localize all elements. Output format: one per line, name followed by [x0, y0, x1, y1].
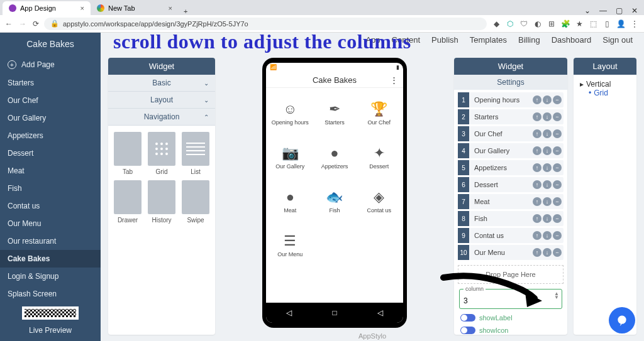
- template-grid[interactable]: Grid: [147, 132, 176, 175]
- ext-icon[interactable]: ▯: [602, 19, 611, 28]
- template-tab[interactable]: Tab: [113, 132, 142, 175]
- move-up-icon[interactable]: ↑: [533, 112, 541, 121]
- move-down-icon[interactable]: ↓: [543, 163, 552, 172]
- nav-publish[interactable]: Publish: [431, 35, 458, 45]
- move-down-icon[interactable]: ↓: [543, 231, 552, 240]
- move-down-icon[interactable]: ↓: [543, 112, 552, 121]
- template-swipe[interactable]: Swipe: [181, 180, 210, 224]
- phone-grid-item[interactable]: ●Meat: [269, 180, 312, 222]
- sidebar-item[interactable]: Our restaurant: [0, 232, 101, 250]
- nav-templates[interactable]: Templates: [470, 35, 507, 45]
- remove-icon[interactable]: −: [553, 231, 562, 240]
- minimize-icon[interactable]: —: [599, 6, 607, 15]
- phone-grid-item[interactable]: 📷Our Gallery: [269, 136, 312, 178]
- move-down-icon[interactable]: ↓: [543, 214, 552, 223]
- chevron-down-icon[interactable]: ⌄: [584, 6, 591, 15]
- sidebar-item[interactable]: Our Chef: [0, 92, 101, 109]
- accordion-basic[interactable]: Basic⌄: [108, 75, 215, 92]
- remove-icon[interactable]: −: [553, 146, 562, 155]
- sidebar-item[interactable]: Starters: [0, 74, 101, 92]
- phone-grid-item[interactable]: ✒Starters: [313, 92, 357, 134]
- move-up-icon[interactable]: ↑: [533, 248, 541, 257]
- forward-icon[interactable]: →: [19, 19, 26, 28]
- move-down-icon[interactable]: ↓: [543, 95, 552, 104]
- nav-triangle-icon[interactable]: ◁: [286, 308, 292, 317]
- remove-icon[interactable]: −: [553, 180, 562, 189]
- sidebar-item[interactable]: Login & Signup: [0, 268, 101, 285]
- template-list[interactable]: List: [181, 132, 210, 175]
- ext-icon[interactable]: 🛡: [519, 19, 528, 28]
- ext-icon[interactable]: ⬚: [589, 19, 597, 28]
- stepper-buttons[interactable]: ▲▼: [554, 292, 559, 300]
- drop-zone[interactable]: Drop Page Here: [458, 265, 564, 284]
- url-input[interactable]: 🔒 appstylo.com/workspace/app/design/3gyP…: [44, 18, 487, 30]
- move-up-icon[interactable]: ↑: [533, 95, 541, 104]
- move-up-icon[interactable]: ↑: [533, 197, 541, 206]
- nav-square-icon[interactable]: □: [332, 308, 336, 317]
- move-up-icon[interactable]: ↑: [533, 231, 541, 240]
- browser-tab-active[interactable]: App Design ×: [3, 1, 91, 15]
- browser-tab[interactable]: New Tab ×: [91, 1, 179, 15]
- phone-grid-item[interactable]: ☺Opening hours: [269, 92, 312, 134]
- phone-grid-item[interactable]: ●Appetizers: [313, 136, 357, 178]
- remove-icon[interactable]: −: [553, 197, 562, 206]
- column-input[interactable]: [464, 296, 558, 305]
- nav-back-icon[interactable]: ◁: [377, 308, 383, 317]
- sidebar-item[interactable]: Cake Bakes: [0, 250, 101, 268]
- sidebar-item[interactable]: Meat: [0, 162, 101, 180]
- ext-icon[interactable]: ⊞: [547, 19, 556, 28]
- toggle-show-label[interactable]: showLabel: [454, 311, 567, 324]
- remove-icon[interactable]: −: [553, 112, 562, 121]
- toggle-icon[interactable]: [460, 314, 475, 322]
- more-icon[interactable]: ⋮: [390, 75, 398, 85]
- phone-grid-item[interactable]: 🏆Our Chef: [357, 92, 401, 134]
- sidebar-item[interactable]: Our Menu: [0, 215, 101, 232]
- template-history[interactable]: History: [147, 180, 176, 224]
- reload-icon[interactable]: ⟳: [33, 19, 39, 28]
- remove-icon[interactable]: −: [553, 248, 562, 257]
- remove-icon[interactable]: −: [553, 129, 562, 138]
- close-window-icon[interactable]: ✕: [631, 6, 638, 15]
- layout-vertical[interactable]: ▸ Vertical: [580, 80, 630, 89]
- menu-icon[interactable]: ⋮: [630, 19, 639, 28]
- remove-icon[interactable]: −: [553, 95, 562, 104]
- ext-icon[interactable]: 🧩: [561, 19, 570, 28]
- add-page-button[interactable]: + Add Page: [0, 55, 101, 74]
- move-up-icon[interactable]: ↑: [533, 129, 541, 138]
- nav-billing[interactable]: Billing: [518, 35, 540, 45]
- ext-icon[interactable]: ★: [575, 19, 584, 28]
- back-icon[interactable]: ←: [5, 19, 13, 28]
- phone-grid-item[interactable]: ◈Contat us: [357, 180, 401, 222]
- sidebar-item[interactable]: Fish: [0, 180, 101, 197]
- phone-grid-item[interactable]: 🐟Fish: [313, 180, 357, 222]
- accordion-navigation[interactable]: Navigation⌃: [108, 109, 215, 126]
- sidebar-item[interactable]: Dessert: [0, 144, 101, 162]
- close-icon[interactable]: ×: [80, 4, 84, 12]
- close-icon[interactable]: ×: [169, 4, 172, 12]
- move-down-icon[interactable]: ↓: [543, 146, 552, 155]
- nav-dashboard[interactable]: Dashboard: [552, 35, 592, 45]
- move-up-icon[interactable]: ↑: [533, 163, 541, 172]
- move-down-icon[interactable]: ↓: [543, 197, 552, 206]
- avatar-icon[interactable]: 👤: [616, 19, 625, 28]
- nav-signout[interactable]: Sign out: [602, 35, 633, 45]
- template-drawer[interactable]: Drawer: [113, 180, 142, 224]
- sidebar-item[interactable]: Appetizers: [0, 127, 101, 144]
- chat-bubble-button[interactable]: [609, 307, 635, 333]
- toggle-icon[interactable]: [460, 327, 475, 334]
- remove-icon[interactable]: −: [553, 163, 562, 172]
- phone-grid-item[interactable]: ✦Dessert: [357, 136, 401, 178]
- accordion-layout[interactable]: Layout⌄: [108, 92, 215, 109]
- live-preview-label[interactable]: Live Preview: [0, 322, 101, 341]
- move-up-icon[interactable]: ↑: [533, 214, 541, 223]
- move-up-icon[interactable]: ↑: [533, 146, 541, 155]
- move-down-icon[interactable]: ↓: [543, 180, 552, 189]
- move-down-icon[interactable]: ↓: [543, 129, 552, 138]
- layout-grid[interactable]: • Grid: [589, 89, 630, 97]
- phone-grid-item[interactable]: ☰Our Menu: [269, 224, 312, 266]
- move-up-icon[interactable]: ↑: [533, 180, 541, 189]
- ext-icon[interactable]: ◆: [492, 19, 501, 28]
- new-tab-button[interactable]: +: [179, 8, 192, 15]
- move-down-icon[interactable]: ↓: [543, 248, 552, 257]
- sidebar-item[interactable]: Contat us: [0, 197, 101, 215]
